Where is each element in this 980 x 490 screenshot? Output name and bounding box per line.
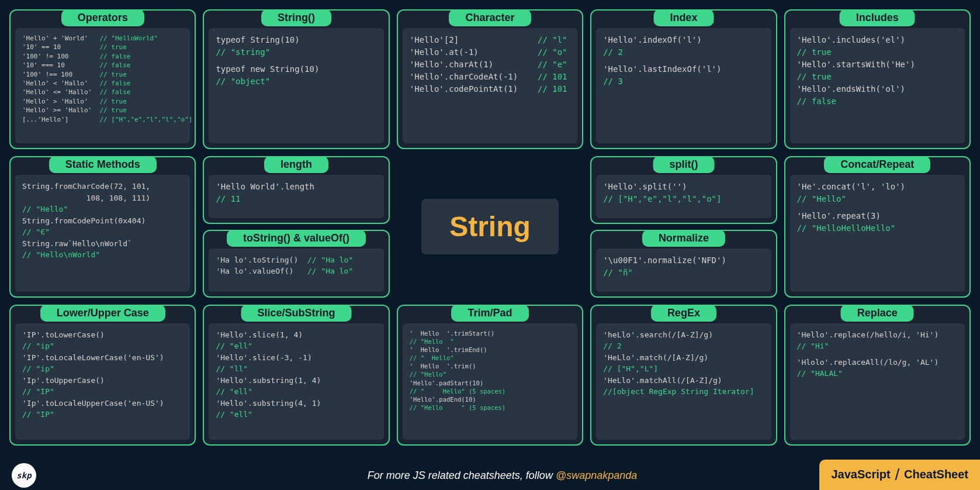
code-line: 'IP'.toLowerCase() bbox=[22, 329, 183, 341]
code-line: 'Hello' + 'World' // "HelloWorld" bbox=[22, 34, 183, 43]
code-line: // true bbox=[797, 46, 958, 58]
code-line: // ["H","L"] bbox=[603, 363, 764, 375]
card-title: Static Methods bbox=[49, 156, 157, 173]
code-line: 'Hlolo'.replaceAll(/lo/g, 'AL') bbox=[797, 357, 958, 368]
code-line: 'Ip'.toLocaleUpperCase('en-US') bbox=[22, 398, 183, 409]
code-line: // "ip" bbox=[22, 363, 183, 375]
card-title: String() bbox=[261, 9, 331, 26]
footer-prefix: For more JS related cheatsheets, follow bbox=[368, 470, 556, 481]
code-line: 'Hello'.indexOf('l') bbox=[603, 34, 764, 46]
card-body: 'Hello'.split('')// ["H","e","l","l","o"… bbox=[596, 175, 771, 218]
code-line: // " Hello" (5 spaces) bbox=[410, 387, 570, 395]
card-body: String.fromCharCode(72, 101, 108, 108, 1… bbox=[15, 175, 190, 291]
column-split-normalize: split() 'Hello'.split('')// ["H","e","l"… bbox=[590, 156, 777, 297]
card-length: length 'Hello World'.length// 11 bbox=[203, 156, 389, 224]
card-body: 'Hello'[2] // "l"'Hello'.at(-1) // "o"'H… bbox=[403, 28, 577, 143]
badge-left: JavaScript bbox=[831, 468, 890, 481]
code-line: String.fromCodePoint(0x404) bbox=[22, 215, 183, 227]
code-line: // "HelloHelloHello" bbox=[797, 222, 958, 234]
card-split: split() 'Hello'.split('')// ["H","e","l"… bbox=[590, 156, 777, 224]
column-length-tostring: length 'Hello World'.length// 11 toStrin… bbox=[203, 156, 389, 297]
center-title-box: String bbox=[397, 156, 583, 297]
code-line: // 2 bbox=[603, 46, 764, 58]
card-title: toString() & valueOf() bbox=[227, 230, 366, 247]
card-concat: Concat/Repeat 'He'.concat('l', 'lo')// "… bbox=[784, 156, 971, 297]
code-line: // 11 bbox=[216, 193, 376, 205]
card-title: split() bbox=[653, 156, 714, 173]
code-line: // " Hello" bbox=[410, 354, 570, 362]
card-title: length bbox=[264, 156, 328, 173]
card-string-ctor: String() typeof String(10)// "string"typ… bbox=[203, 9, 389, 149]
code-line: 'Hello'.slice(1, 4) bbox=[216, 329, 376, 341]
code-line: '100' !== 100 // true bbox=[22, 70, 183, 79]
card-static-methods: Static Methods String.fromCharCode(72, 1… bbox=[9, 156, 196, 297]
code-line: 'Hello'.codePointAt(1) // 101 bbox=[410, 83, 570, 95]
code-line: '10' == 10 // true bbox=[22, 43, 183, 51]
card-title: Slice/SubString bbox=[241, 305, 352, 322]
card-body: 'Hello'.replace(/hello/i, 'Hi')// "Hi"'H… bbox=[790, 323, 965, 440]
code-line: // "ll" bbox=[216, 363, 376, 375]
code-line: 'Hello'.padStart(10) bbox=[410, 379, 570, 387]
code-line: 'IP'.toLocaleLowerCase('en-US') bbox=[22, 352, 183, 364]
code-line: 'Hello'.startsWith('He') bbox=[797, 58, 958, 71]
code-line: 'HeLlo'.matchAll(/[A-Z]/g) bbox=[603, 375, 764, 387]
code-line: typeof String(10) bbox=[216, 34, 376, 46]
code-line: // "ell" bbox=[216, 409, 376, 420]
code-line: 'Hello' < 'Hallo' // false bbox=[22, 79, 183, 88]
code-line: 'Hello'.lastIndexOf('l') bbox=[603, 63, 764, 75]
code-line: 'Hello' >= 'Hallo' // true bbox=[22, 106, 183, 115]
code-line: 108, 108, 111) bbox=[22, 192, 183, 204]
card-body: '\u00F1'.normalize('NFD')// "ñ" bbox=[596, 249, 771, 292]
code-line: 'Ip'.toUpperCase() bbox=[22, 375, 183, 387]
badge-slash: / bbox=[891, 465, 904, 484]
code-line: 'Hello'.charAt(1) // "e" bbox=[410, 58, 570, 71]
card-title: Index bbox=[653, 9, 714, 26]
code-line: // "IP" bbox=[22, 386, 183, 398]
card-title: Concat/Repeat bbox=[824, 156, 930, 173]
main-title: String bbox=[421, 199, 559, 254]
card-tostring: toString() & valueOf() 'Ha lo'.toString(… bbox=[203, 230, 389, 298]
code-line: // "Hi" bbox=[797, 340, 958, 352]
card-normalize: Normalize '\u00F1'.normalize('NFD')// "ñ… bbox=[590, 230, 777, 298]
code-line: 'Ha lo'.valueOf() // "Ha lo" bbox=[216, 265, 376, 277]
code-line: // ["H","e","l","l","o"] bbox=[603, 193, 764, 205]
card-operators: Operators 'Hello' + 'World' // "HelloWor… bbox=[9, 9, 196, 149]
code-line: // "ñ" bbox=[603, 267, 764, 279]
code-line: 'Hello' <= 'Hallo' // false bbox=[22, 88, 183, 96]
code-line: // "Є" bbox=[22, 226, 183, 238]
card-title: Character bbox=[449, 9, 531, 26]
code-line: 'Hello World'.length bbox=[216, 181, 376, 193]
card-title: RegEx bbox=[651, 305, 716, 322]
code-line: // "ell" bbox=[216, 340, 376, 352]
code-line: String.raw`Hello\nWorld` bbox=[22, 238, 183, 250]
code-line: // 3 bbox=[603, 75, 764, 88]
code-line: //[object RegExp String Iterator] bbox=[603, 386, 764, 398]
card-includes: Includes 'Hello'.includes('el')// true'H… bbox=[784, 9, 971, 149]
card-body: 'Hello World'.length// 11 bbox=[209, 175, 383, 218]
code-line: // "Hello" bbox=[22, 203, 183, 215]
card-title: Includes bbox=[840, 9, 915, 26]
code-line: 'Hello'.padEnd(10) bbox=[410, 395, 570, 403]
code-line: ' Hello '.trimStart() bbox=[410, 329, 570, 337]
card-body: 'He'.concat('l', 'lo')// "Hello"'Hello'.… bbox=[790, 175, 965, 291]
code-line: [...'Hello'] // ["H","e","l","l","o"] bbox=[22, 115, 183, 124]
code-line: 'Hello'.charCodeAt(-1) // 101 bbox=[410, 71, 570, 83]
code-line: 'Hello'.endsWith('ol') bbox=[797, 83, 958, 95]
code-line: // "Hello " (5 spaces) bbox=[410, 403, 570, 412]
code-line: 'Hello'[2] // "l" bbox=[410, 34, 570, 46]
card-character: Character 'Hello'[2] // "l"'Hello'.at(-1… bbox=[397, 9, 583, 149]
cheatsheet-grid: Operators 'Hello' + 'World' // "HelloWor… bbox=[0, 0, 980, 455]
code-line: // "IP" bbox=[22, 409, 183, 420]
brand-badge: JavaScript / CheatSheet bbox=[819, 460, 980, 490]
card-regex: RegEx 'heLlo'.search(/[A-Z]/g)// 2'HeLlo… bbox=[590, 305, 777, 446]
badge-right: CheatSheet bbox=[904, 468, 968, 481]
footer-handle: @swapnakpanda bbox=[556, 470, 637, 481]
code-line: 'Hello'.split('') bbox=[603, 181, 764, 193]
card-title: Replace bbox=[841, 305, 914, 322]
code-line: '\u00F1'.normalize('NFD') bbox=[603, 254, 764, 267]
card-title: Normalize bbox=[642, 230, 725, 247]
code-line: typeof new String(10) bbox=[216, 63, 376, 75]
code-line: 'Hello'.substring(1, 4) bbox=[216, 375, 376, 387]
card-body: 'Ha lo'.toString() // "Ha lo"'Ha lo'.val… bbox=[209, 249, 383, 292]
code-line: 'Hello'.substring(4, 1) bbox=[216, 398, 376, 409]
